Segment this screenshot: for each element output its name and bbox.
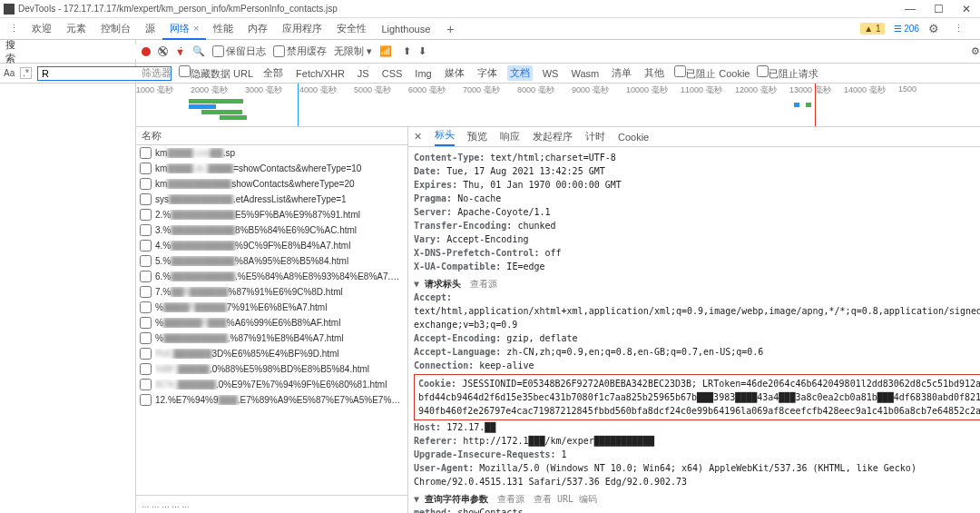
filter-other[interactable]: 其他 — [642, 65, 667, 81]
blocked-req-checkbox[interactable]: 已阻止请求 — [757, 65, 818, 81]
row-checkbox[interactable] — [140, 286, 152, 298]
table-row[interactable]: km██████████showContacts&whereType=20 — [136, 176, 407, 192]
table-row[interactable]: %BF █████.0%88%E5%98%BD%E8%B5%84.html — [136, 361, 407, 377]
block-cookie-checkbox[interactable]: 已阻止 Cookie — [674, 65, 750, 81]
view-source-link[interactable]: 查看源 — [470, 277, 497, 291]
filter-font[interactable]: 字体 — [475, 65, 500, 81]
row-checkbox[interactable] — [140, 332, 152, 344]
filter-media[interactable]: 媒体 — [442, 65, 467, 81]
table-row[interactable]: km████ con██.sp — [136, 145, 407, 161]
view-source-link[interactable]: 查看源 — [497, 492, 524, 506]
row-checkbox[interactable] — [140, 271, 152, 282]
table-row[interactable]: f%8 ██████3D%E6%85%E4%BF%9D.html — [136, 346, 407, 361]
row-checkbox[interactable] — [140, 394, 152, 406]
dtab-headers[interactable]: 标头 — [435, 128, 455, 146]
add-tab-button[interactable]: + — [437, 22, 463, 36]
tab-network[interactable]: 网络× — [162, 18, 206, 40]
tab-memory[interactable]: 内存 — [240, 18, 275, 39]
filter-doc[interactable]: 文档 — [507, 65, 533, 81]
table-row[interactable]: %██████████.%87%91%E8%B4%A7.html — [136, 330, 407, 346]
hide-data-url-checkbox[interactable]: 隐藏数据 URL — [179, 65, 253, 81]
filter-js[interactable]: JS — [355, 67, 372, 80]
view-url-encoded-link[interactable]: 查看 URL 编码 — [534, 492, 597, 506]
table-row[interactable]: 4.%██████████%9C%9F%E8%B4%A7.html — [136, 238, 407, 253]
close-detail-button[interactable]: ✕ — [414, 131, 422, 143]
message-badge[interactable]: ☰ 206 — [894, 24, 919, 34]
warning-badge[interactable]: ▲ 1 — [860, 23, 884, 35]
preserve-log-checkbox[interactable]: 保留日志 — [212, 44, 266, 58]
kebab-icon[interactable]: ⋮ — [948, 23, 969, 35]
table-row[interactable]: 6.%██████████.%E5%84%A8%E8%93%84%E8%A7.h… — [136, 269, 407, 284]
row-checkbox[interactable] — [140, 163, 152, 174]
tab-welcome[interactable]: 欢迎 — [24, 18, 59, 39]
upload-icon[interactable]: ⬆ — [403, 45, 411, 57]
row-checkbox[interactable] — [140, 178, 152, 190]
filter-ws[interactable]: WS — [540, 67, 562, 80]
table-row[interactable]: %██████F███%A6%99%E6%B8%AF.html — [136, 315, 407, 330]
table-row[interactable]: 3.%██████████8%B5%84%E6%9C%AC.html — [136, 222, 407, 238]
record-button[interactable] — [142, 47, 151, 56]
clear-button[interactable] — [158, 46, 168, 56]
tab-application[interactable]: 应用程序 — [275, 18, 329, 39]
timeline-tick: 3000 毫秒 — [245, 84, 299, 96]
throttle-select[interactable]: 无限制 ▾ — [334, 44, 372, 58]
query-string-section[interactable]: ▼查询字符串参数查看源查看 URL 编码 — [414, 492, 980, 506]
table-row[interactable]: 5.%██████████%8A%95%E8%B5%84.html — [136, 253, 407, 269]
filter-input[interactable]: 筛选器 — [142, 66, 172, 80]
wifi-icon[interactable]: 📶 — [379, 45, 392, 57]
row-checkbox[interactable] — [140, 255, 152, 267]
window-close-button[interactable]: ✕ — [956, 3, 976, 15]
tab-security[interactable]: 安全性 — [329, 18, 374, 39]
row-checkbox[interactable] — [140, 379, 152, 390]
gear-icon[interactable]: ⚙ — [971, 45, 980, 57]
download-icon[interactable]: ⬇ — [418, 45, 426, 57]
column-name[interactable]: 名称 — [136, 127, 407, 145]
regex-toggle[interactable]: .* — [20, 67, 32, 79]
row-checkbox[interactable] — [140, 240, 152, 252]
close-icon[interactable]: × — [193, 23, 199, 34]
window-min-button[interactable]: — — [899, 3, 921, 15]
tab-sources[interactable]: 源 — [138, 18, 162, 39]
dtab-cookies[interactable]: Cookie — [618, 132, 649, 143]
dtab-timing[interactable]: 计时 — [585, 130, 605, 143]
tab-console[interactable]: 控制台 — [93, 18, 138, 39]
search-icon[interactable]: 🔍 — [192, 45, 205, 57]
filter-all[interactable]: 全部 — [260, 65, 286, 81]
search-input-top[interactable] — [21, 44, 153, 59]
row-checkbox[interactable] — [140, 363, 152, 375]
row-checkbox[interactable] — [140, 348, 152, 360]
dtab-initiator[interactable]: 发起程序 — [533, 130, 573, 143]
tab-performance[interactable]: 性能 — [206, 18, 240, 39]
table-row[interactable]: %████F█████7%91%E6%8E%A7.html — [136, 300, 407, 315]
table-row[interactable]: sys██████████.etAdressList&whereType=1 — [136, 192, 407, 207]
row-checkbox[interactable] — [140, 209, 152, 221]
window-title: DevTools - 172.17.17.17/km/expert/km_per… — [18, 4, 899, 14]
table-row[interactable]: 9C% ██████.0%E9%7E%7%94%9F%E6%80%81.html — [136, 377, 407, 392]
table-row[interactable]: km████ dc ████=showContacts&whereType=10 — [136, 161, 407, 176]
disable-cache-checkbox[interactable]: 禁用缓存 — [273, 44, 327, 58]
gear-icon[interactable]: ⚙ — [928, 22, 939, 35]
filter-manifest[interactable]: 清单 — [609, 65, 634, 81]
request-headers-section[interactable]: ▼请求标头查看源 — [414, 277, 980, 291]
dtab-preview[interactable]: 预览 — [467, 130, 487, 143]
kebab-icon[interactable]: ⋮ — [4, 23, 24, 35]
network-timeline[interactable]: 1000 毫秒2000 毫秒3000 毫秒4000 毫秒5000 毫秒6000 … — [136, 84, 980, 127]
tab-lighthouse[interactable]: Lighthouse — [374, 20, 437, 38]
dtab-response[interactable]: 响应 — [500, 130, 520, 143]
table-row[interactable]: 2.%██████████E5%9F%BA%E9%87%91.html — [136, 207, 407, 222]
tab-elements[interactable]: 元素 — [59, 18, 93, 39]
match-case-toggle[interactable]: Aa — [4, 68, 15, 78]
row-checkbox[interactable] — [140, 193, 152, 205]
filter-img[interactable]: Img — [412, 67, 434, 80]
filter-fetchxhr[interactable]: Fetch/XHR — [293, 67, 348, 80]
row-checkbox[interactable] — [140, 317, 152, 329]
table-row[interactable]: 7.%██B██████%87%91%E6%9C%8D.html — [136, 284, 407, 300]
filter-css[interactable]: CSS — [379, 67, 406, 80]
row-checkbox[interactable] — [140, 301, 152, 313]
table-row[interactable]: 12.%E7%94%9███.E7%89%A9%E5%87%E7%A5%E7%E… — [136, 392, 407, 408]
row-checkbox[interactable] — [140, 147, 152, 159]
filter-wasm[interactable]: Wasm — [568, 67, 602, 80]
window-max-button[interactable]: ☐ — [928, 3, 949, 15]
row-checkbox[interactable] — [140, 224, 152, 236]
filter-icon[interactable]: ▼ — [175, 46, 185, 57]
